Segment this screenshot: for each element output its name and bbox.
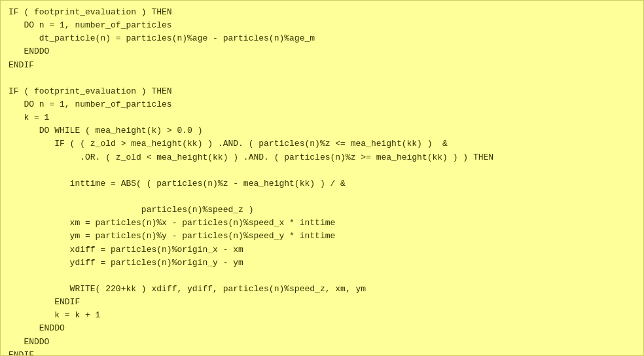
code-line: inttime = ABS( ( particles(n)%z - mea_he… (9, 177, 635, 190)
code-line: ENDIF (9, 296, 635, 309)
code-empty-line (9, 164, 635, 177)
code-line: ENDDO (9, 336, 635, 349)
code-block: IF ( footprint_evaluation ) THEN DO n = … (0, 0, 644, 356)
code-line: ENDIF (9, 349, 635, 356)
code-line: IF ( ( z_old > mea_height(kk) ) .AND. ( … (9, 137, 635, 151)
code-line: ENDIF (9, 59, 635, 72)
code-line: .OR. ( z_old < mea_height(kk) ) .AND. ( … (9, 151, 635, 164)
code-line: ym = particles(n)%y - particles(n)%speed… (9, 230, 635, 243)
code-line: xdiff = particles(n)%origin_x - xm (9, 243, 635, 257)
code-line: ENDDO (9, 322, 635, 335)
code-line: particles(n)%speed_z ) (9, 204, 635, 217)
code-line: k = k + 1 (9, 309, 635, 322)
code-line: ydiff = particles(n)%origin_y - ym (9, 257, 635, 270)
code-line: DO n = 1, number_of_particles (9, 98, 635, 111)
code-line: DO WHILE ( mea_height(k) > 0.0 ) (9, 124, 635, 137)
code-line: dt_particle(n) = particles(n)%age - part… (9, 32, 635, 45)
code-line: ENDDO (9, 45, 635, 58)
code-empty-line (9, 190, 635, 204)
code-line: IF ( footprint_evaluation ) THEN (9, 6, 635, 19)
code-line: k = 1 (9, 111, 635, 124)
code-line: IF ( footprint_evaluation ) THEN (9, 85, 635, 98)
code-line: WRITE( 220+kk ) xdiff, ydiff, particles(… (9, 283, 635, 296)
code-empty-line (9, 72, 635, 85)
code-line: xm = particles(n)%x - particles(n)%speed… (9, 217, 635, 230)
code-line: DO n = 1, number_of_particles (9, 19, 635, 32)
code-empty-line (9, 270, 635, 283)
